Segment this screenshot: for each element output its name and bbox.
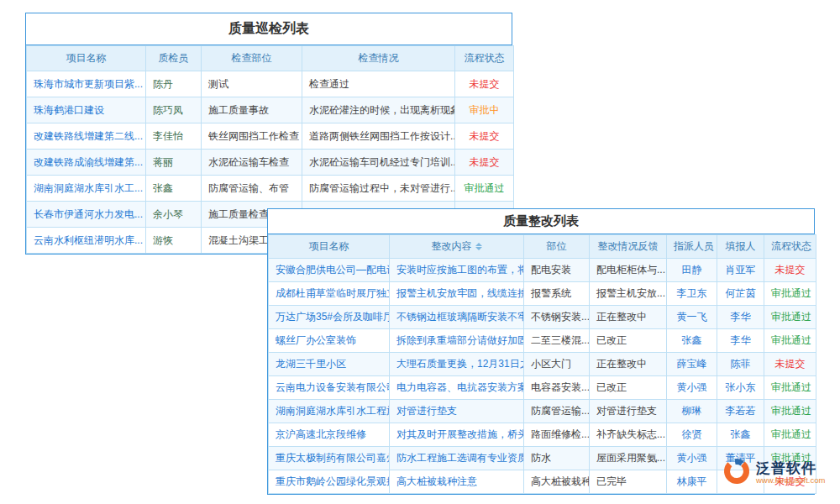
- project-name-link[interactable]: 湖南洞庭湖水库引水工...: [27, 176, 146, 202]
- project-name-link[interactable]: 螺丝厂办公室装饰: [269, 329, 390, 353]
- col-header-part: 部位: [524, 235, 590, 259]
- rectify-content-cell[interactable]: 报警主机安放牢固，线缆连接...: [390, 282, 524, 306]
- assignee-cell: 黄小强: [667, 447, 717, 470]
- assignee-cell: 李卫东: [667, 282, 717, 306]
- inspection-result-cell: 道路两侧铁丝网围挡工作按设计...: [302, 123, 455, 150]
- inspector-cell: 张鑫: [146, 176, 202, 202]
- fanpu-logo-text: 泛普软件 www.fanpusoft.com: [756, 460, 825, 486]
- part-cell: 高大桩被栽种: [524, 470, 590, 494]
- assignee-cell: 田静: [667, 259, 717, 282]
- col-header-inspection-result: 检查情况: [302, 46, 455, 71]
- part-cell: 二至三楼混...: [524, 329, 590, 353]
- inspection-list-title: 质量巡检列表: [26, 13, 512, 45]
- col-header-assignee: 指派人员: [667, 235, 717, 259]
- col-header-workflow-status: 流程状态: [455, 46, 514, 71]
- fanpu-logo-icon: [722, 457, 751, 489]
- inspection-header-row: 项目名称 质检员 检查部位 检查情况 流程状态: [27, 46, 514, 71]
- reporter-cell: 张小东: [717, 376, 764, 400]
- feedback-cell: 对管进行垫支: [590, 400, 667, 423]
- rectify-content-label: 整改内容: [432, 240, 472, 252]
- reporter-cell: 李华: [717, 329, 764, 353]
- project-name-link[interactable]: 长春市伊通河水力发电...: [27, 202, 146, 228]
- inspection-table-row[interactable]: 湖南洞庭湖水库引水工... 张鑫 防腐管运输、布管 防腐管运输过程中，未对管进行…: [27, 176, 514, 202]
- project-name-link[interactable]: 京沪高速北京段维修: [269, 423, 390, 447]
- project-name-link[interactable]: 龙湖三千里小区: [269, 353, 390, 376]
- workflow-status-badge: 审批通过: [764, 376, 816, 400]
- rectify-content-cell[interactable]: 对其及时开展整改措施，桥头...: [390, 423, 524, 447]
- sort-icon[interactable]: [475, 243, 482, 250]
- fanpu-logo[interactable]: 泛普软件 www.fanpusoft.com: [722, 457, 825, 489]
- rectification-header-row: 项目名称 整改内容 部位 整改情况反馈 指派人员 填报人 流程状态: [269, 235, 816, 259]
- project-name-link[interactable]: 珠海鹤港口建设: [27, 97, 146, 123]
- col-header-reporter: 填报人: [717, 235, 764, 259]
- workflow-status-badge: 审批通过: [764, 282, 816, 306]
- col-header-feedback: 整改情况反馈: [590, 235, 667, 259]
- rectification-table-row[interactable]: 龙湖三千里小区 大理石质量更换，12月31日之... 小区大门 正在整改中 薛宝…: [269, 353, 816, 376]
- reporter-cell: 李华: [717, 306, 764, 329]
- feedback-cell: 补齐缺失标志...: [590, 423, 667, 447]
- inspection-table-row[interactable]: 改建铁路线增建第二线... 李佳怡 铁丝网围挡工作检查 道路两侧铁丝网围挡工作按…: [27, 123, 514, 150]
- project-name-link[interactable]: 万达广场35#会所及咖啡厅空...: [269, 306, 390, 329]
- rectify-content-cell[interactable]: 安装时应按施工图的布置，将...: [390, 259, 524, 282]
- project-name-link[interactable]: 珠海市城市更新项目紫...: [27, 71, 146, 97]
- assignee-cell: 张鑫: [667, 329, 717, 353]
- inspection-result-cell: 水泥砼运输车司机经过专门培训...: [302, 150, 455, 176]
- rectify-content-cell[interactable]: 拆除到承重墙部分请做好加固...: [390, 329, 524, 353]
- rectification-table-row[interactable]: 安徽合肥供电公司—配电设备... 安装时应按施工图的布置，将... 配电安装 配…: [269, 259, 816, 282]
- inspection-table-row[interactable]: 珠海市城市更新项目紫... 陈丹 测试 检查通过 未提交: [27, 71, 514, 97]
- assignee-cell: 林康平: [667, 470, 717, 494]
- project-name-link[interactable]: 成都杜甫草堂临时展厅独立展...: [269, 282, 390, 306]
- project-name-link[interactable]: 改建铁路线增建第二线...: [27, 123, 146, 150]
- fanpu-logo-url: www.fanpusoft.com: [756, 476, 825, 486]
- workflow-status-badge: 审批通过: [764, 423, 816, 447]
- reporter-cell: 何芷茵: [717, 282, 764, 306]
- feedback-cell: 正在整改中: [590, 306, 667, 329]
- inspection-part-cell: 施工质量事故: [202, 97, 302, 123]
- inspector-cell: 游恢: [146, 228, 202, 254]
- inspection-result-cell: 水泥砼灌注的时候，出现离析现象: [302, 97, 455, 123]
- inspection-part-cell: 铁丝网围挡工作检查: [202, 123, 302, 150]
- inspector-cell: 蒋丽: [146, 150, 202, 176]
- reporter-cell: 张鑫: [717, 423, 764, 447]
- project-name-link[interactable]: 重庆市鹅岭公园绿化景观提升...: [269, 470, 390, 494]
- assignee-cell: 黄一飞: [667, 306, 717, 329]
- part-cell: 配电安装: [524, 259, 590, 282]
- assignee-cell: 徐贤: [667, 423, 717, 447]
- rectification-table-row[interactable]: 螺丝厂办公室装饰 拆除到承重墙部分请做好加固... 二至三楼混... 已改正 张…: [269, 329, 816, 353]
- rectification-list-panel: 质量整改列表 项目名称 整改内容 部位 整改情况反馈 指派人员 填报人 流程状态…: [267, 208, 815, 495]
- col-header-rectify-content[interactable]: 整改内容: [390, 235, 524, 259]
- rectify-content-cell[interactable]: 电力电容器、电抗器安装方案...: [390, 376, 524, 400]
- project-name-link[interactable]: 安徽合肥供电公司—配电设备...: [269, 259, 390, 282]
- project-name-link[interactable]: 改建铁路成渝线增建第...: [27, 150, 146, 176]
- rectify-content-cell[interactable]: 对管进行垫支: [390, 400, 524, 423]
- rectify-content-cell[interactable]: 防水工程施工选调有专业资质...: [390, 447, 524, 470]
- inspection-table-row[interactable]: 改建铁路成渝线增建第... 蒋丽 水泥砼运输车检查 水泥砼运输车司机经过专门培训…: [27, 150, 514, 176]
- feedback-cell: 已改正: [590, 329, 667, 353]
- project-name-link[interactable]: 云南电力设备安装有限公司20...: [269, 376, 390, 400]
- rectification-table-row[interactable]: 万达广场35#会所及咖啡厅空... 不锈钢边框玻璃隔断安装不牢... 不锈钢安装…: [269, 306, 816, 329]
- inspector-cell: 陈巧凤: [146, 97, 202, 123]
- rectify-content-cell[interactable]: 大理石质量更换，12月31日之...: [390, 353, 524, 376]
- project-name-link[interactable]: 湖南洞庭湖水库引水工程施工...: [269, 400, 390, 423]
- project-name-link[interactable]: 云南水利枢纽潜明水库...: [27, 228, 146, 254]
- inspection-part-cell: 测试: [202, 71, 302, 97]
- rectification-table-row[interactable]: 云南电力设备安装有限公司20... 电力电容器、电抗器安装方案... 电容器安装…: [269, 376, 816, 400]
- col-header-project-name: 项目名称: [27, 46, 146, 71]
- assignee-cell: 柳琳: [667, 400, 717, 423]
- rectification-table-row[interactable]: 成都杜甫草堂临时展厅独立展... 报警主机安放牢固，线缆连接... 报警系统 报…: [269, 282, 816, 306]
- workflow-status-badge: 未提交: [455, 71, 514, 97]
- rectification-table-row[interactable]: 湖南洞庭湖水库引水工程施工... 对管进行垫支 防腐管运输... 对管进行垫支 …: [269, 400, 816, 423]
- inspection-table-row[interactable]: 珠海鹤港口建设 陈巧凤 施工质量事故 水泥砼灌注的时候，出现离析现象 审批中: [27, 97, 514, 123]
- inspection-result-cell: 防腐管运输过程中，未对管进行...: [302, 176, 455, 202]
- col-header-workflow-status: 流程状态: [764, 235, 816, 259]
- rectification-table: 项目名称 整改内容 部位 整改情况反馈 指派人员 填报人 流程状态 安徽合肥供电…: [268, 234, 816, 494]
- rectify-content-cell[interactable]: 高大桩被栽种注意: [390, 470, 524, 494]
- part-cell: 电容器安装...: [524, 376, 590, 400]
- reporter-cell: 李若若: [717, 400, 764, 423]
- feedback-cell: 已完毕: [590, 470, 667, 494]
- rectification-table-row[interactable]: 京沪高速北京段维修 对其及时开展整改措施，桥头... 路面维修检... 补齐缺失…: [269, 423, 816, 447]
- rectify-content-cell[interactable]: 不锈钢边框玻璃隔断安装不牢...: [390, 306, 524, 329]
- project-name-link[interactable]: 重庆太极制药有限公司嘉州中...: [269, 447, 390, 470]
- col-header-inspection-part: 检查部位: [202, 46, 302, 71]
- part-cell: 小区大门: [524, 353, 590, 376]
